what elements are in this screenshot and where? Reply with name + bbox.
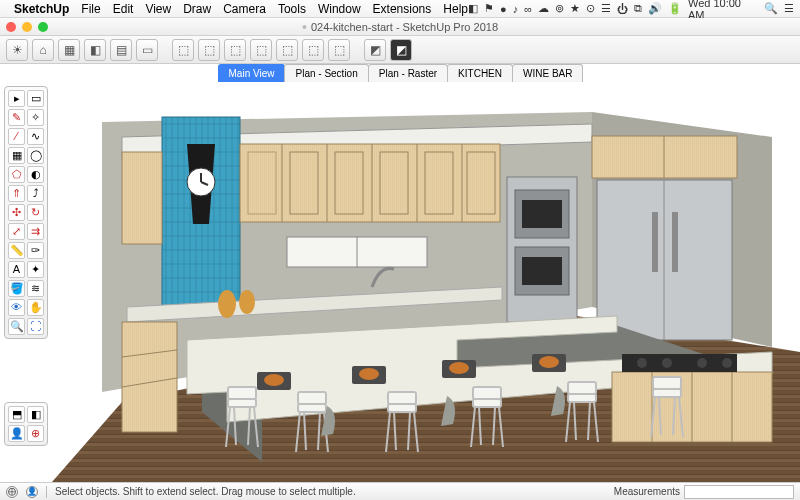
svg-rect-39 bbox=[652, 212, 658, 272]
svg-rect-15 bbox=[122, 152, 162, 244]
tray-icon[interactable]: ⊚ bbox=[555, 2, 564, 15]
new-button[interactable]: ☀ bbox=[6, 39, 28, 61]
rectangle-tool[interactable]: ▦ bbox=[8, 147, 25, 164]
menu-draw[interactable]: Draw bbox=[183, 2, 211, 16]
minimize-window-button[interactable] bbox=[22, 22, 32, 32]
lookaround-tool[interactable]: ⊕ bbox=[27, 425, 44, 442]
menu-camera[interactable]: Camera bbox=[223, 2, 266, 16]
model-button[interactable]: ⬚ bbox=[276, 39, 298, 61]
dimension-tool[interactable]: ✑ bbox=[27, 242, 44, 259]
menu-app[interactable]: SketchUp bbox=[14, 2, 69, 16]
pushpull-tool[interactable]: ⇑ bbox=[8, 185, 25, 202]
svg-rect-35 bbox=[522, 200, 562, 228]
tray-volume-icon[interactable]: 🔊 bbox=[648, 2, 662, 15]
spotlight-icon[interactable]: 🔍 bbox=[764, 2, 778, 15]
pan-tool[interactable]: ✋ bbox=[27, 299, 44, 316]
menu-window[interactable]: Window bbox=[318, 2, 361, 16]
scene-tab-plan-section[interactable]: Plan - Section bbox=[284, 64, 368, 82]
tray-icon[interactable]: ⚑ bbox=[484, 2, 494, 15]
tray-icon[interactable]: ♪ bbox=[513, 3, 519, 15]
freehand-tool[interactable]: ∿ bbox=[27, 128, 44, 145]
share-button[interactable]: ⬚ bbox=[198, 39, 220, 61]
texture-tool[interactable]: ≋ bbox=[27, 280, 44, 297]
orbit-tool[interactable]: 👁 bbox=[8, 299, 25, 316]
polygon-tool[interactable]: ⬠ bbox=[8, 166, 25, 183]
tray-icon[interactable]: ● bbox=[500, 3, 507, 15]
tray-icon[interactable]: ⊙ bbox=[586, 2, 595, 15]
scene-tab-wine-bar[interactable]: WINE BAR bbox=[512, 64, 583, 82]
scene-tabs: Main View Plan - Section Plan - Raster K… bbox=[0, 64, 800, 82]
svg-rect-85 bbox=[473, 387, 501, 399]
section-tool[interactable]: ⬒ bbox=[8, 406, 25, 423]
entity-button[interactable]: ⬚ bbox=[302, 39, 324, 61]
scene-tab-kitchen[interactable]: KITCHEN bbox=[447, 64, 513, 82]
tape-tool[interactable]: 📏 bbox=[8, 242, 25, 259]
tray-icon[interactable]: ☁ bbox=[538, 2, 549, 15]
styles-button[interactable]: ▦ bbox=[58, 39, 80, 61]
layers-button[interactable]: ◧ bbox=[84, 39, 106, 61]
svg-rect-92 bbox=[568, 394, 596, 402]
menu-file[interactable]: File bbox=[81, 2, 100, 16]
section-plane-button[interactable]: ◩ bbox=[364, 39, 386, 61]
warehouse-button[interactable]: ⬚ bbox=[172, 39, 194, 61]
followme-tool[interactable]: ⤴ bbox=[27, 185, 44, 202]
tray-wifi-icon[interactable]: ⧉ bbox=[634, 2, 642, 15]
scenes-button[interactable]: ▭ bbox=[136, 39, 158, 61]
tray-icon[interactable]: ∞ bbox=[524, 3, 532, 15]
components-button[interactable]: ⌂ bbox=[32, 39, 54, 61]
menu-view[interactable]: View bbox=[145, 2, 171, 16]
axes-tool[interactable]: ✦ bbox=[27, 261, 44, 278]
section-display[interactable]: ◧ bbox=[27, 406, 44, 423]
model-viewport[interactable] bbox=[52, 82, 800, 482]
zoom-window-button[interactable] bbox=[38, 22, 48, 32]
menu-tools[interactable]: Tools bbox=[278, 2, 306, 16]
select-tool[interactable]: ▸ bbox=[8, 90, 25, 107]
credits-icon[interactable]: 👤 bbox=[26, 486, 38, 498]
lasso-tool[interactable]: ▭ bbox=[27, 90, 44, 107]
svg-point-56 bbox=[662, 358, 672, 368]
move-tool[interactable]: ✣ bbox=[8, 204, 25, 221]
menu-extensions[interactable]: Extensions bbox=[373, 2, 432, 16]
circle-tool[interactable]: ◯ bbox=[27, 147, 44, 164]
svg-rect-73 bbox=[298, 392, 326, 404]
dirty-indicator-icon: • bbox=[302, 19, 307, 35]
outliner-button[interactable]: ▤ bbox=[110, 39, 132, 61]
svg-rect-40 bbox=[672, 212, 678, 272]
status-hint: Select objects. Shift to extend select. … bbox=[55, 486, 356, 497]
svg-point-64 bbox=[449, 362, 469, 374]
notification-icon[interactable]: ☰ bbox=[784, 2, 794, 15]
svg-point-60 bbox=[264, 374, 284, 386]
window-titlebar: • 024-kitchen-start - SketchUp Pro 2018 bbox=[0, 18, 800, 36]
svg-point-62 bbox=[359, 368, 379, 380]
menu-edit[interactable]: Edit bbox=[113, 2, 134, 16]
tray-icon[interactable]: ◧ bbox=[468, 2, 478, 15]
eraser-tool[interactable]: ✧ bbox=[27, 109, 44, 126]
rotate-tool[interactable]: ↻ bbox=[27, 204, 44, 221]
svg-point-58 bbox=[722, 358, 732, 368]
text-tool[interactable]: A bbox=[8, 261, 25, 278]
zoomext-tool[interactable]: ⛶ bbox=[27, 318, 44, 335]
line-tool[interactable]: ✎ bbox=[8, 109, 25, 126]
geoloc-button[interactable]: ⬚ bbox=[224, 39, 246, 61]
tray-icon[interactable]: ★ bbox=[570, 2, 580, 15]
tray-battery-icon[interactable]: 🔋 bbox=[668, 2, 682, 15]
tray-icon[interactable]: ⏻ bbox=[617, 3, 628, 15]
measurements-input[interactable] bbox=[684, 485, 794, 499]
menu-help[interactable]: Help bbox=[443, 2, 468, 16]
geo-icon[interactable]: ⨁ bbox=[6, 486, 18, 498]
line2-tool[interactable]: ∕ bbox=[8, 128, 25, 145]
scene-tab-plan-raster[interactable]: Plan - Raster bbox=[368, 64, 448, 82]
close-window-button[interactable] bbox=[6, 22, 16, 32]
walk-tool[interactable]: 👤 bbox=[8, 425, 25, 442]
arc-tool[interactable]: ◐ bbox=[27, 166, 44, 183]
offset-tool[interactable]: ⇉ bbox=[27, 223, 44, 240]
paint-tool[interactable]: 🪣 bbox=[8, 280, 25, 297]
section-cut-button[interactable]: ◩ bbox=[390, 39, 412, 61]
extwh-button[interactable]: ⬚ bbox=[250, 39, 272, 61]
zoom-tool[interactable]: 🔍 bbox=[8, 318, 25, 335]
scene-tab-main-view[interactable]: Main View bbox=[218, 64, 286, 82]
scale-tool[interactable]: ⤢ bbox=[8, 223, 25, 240]
tray-icon[interactable]: ☰ bbox=[601, 2, 611, 15]
instructor-button[interactable]: ⬚ bbox=[328, 39, 350, 61]
traffic-lights bbox=[6, 22, 48, 32]
